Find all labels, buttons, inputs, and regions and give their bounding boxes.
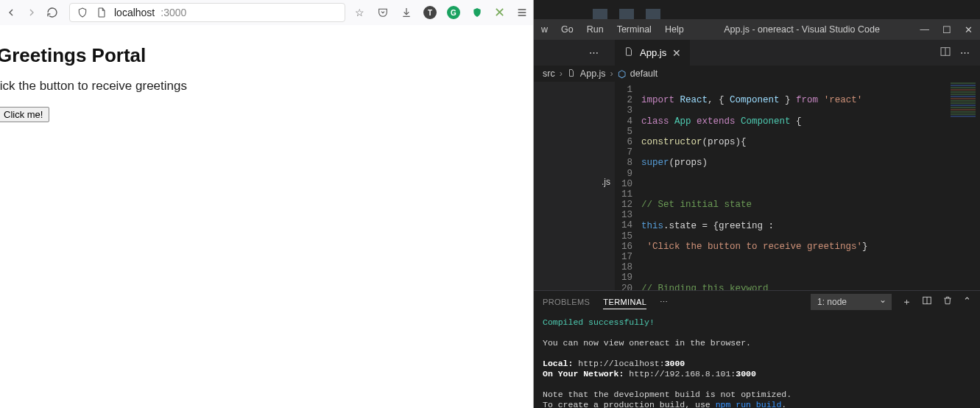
sidebar-sliver: .js bbox=[534, 82, 615, 290]
more-icon[interactable]: ⋯ bbox=[960, 47, 971, 58]
page-content: Greetings Portal lick the button to rece… bbox=[0, 25, 533, 122]
browser-window: localhost:3000 ☆ T G ✕ Greetings Portal … bbox=[0, 0, 534, 408]
menu-bar: w Go Run Terminal Help bbox=[541, 24, 684, 35]
ext-x-icon[interactable]: ✕ bbox=[494, 4, 505, 21]
tab-appjs[interactable]: App.js ✕ bbox=[615, 40, 691, 66]
menu-terminal[interactable]: Terminal bbox=[617, 24, 652, 35]
menu-view[interactable]: w bbox=[541, 24, 548, 35]
thumb bbox=[593, 9, 607, 19]
menu-help[interactable]: Help bbox=[665, 24, 684, 35]
taskbar-thumbs bbox=[534, 0, 980, 19]
split-terminal-icon[interactable] bbox=[922, 295, 932, 309]
sidebar-file-label: .js bbox=[602, 177, 610, 187]
tab-problems[interactable]: PROBLEMS bbox=[543, 298, 590, 306]
line-gutter: 1234567891011121314151617181920 bbox=[615, 82, 641, 290]
ext-t-icon[interactable]: T bbox=[423, 6, 437, 19]
bc-file: App.js bbox=[580, 68, 606, 79]
hamburger-icon[interactable] bbox=[515, 6, 529, 19]
tab-label: App.js bbox=[640, 47, 666, 58]
split-editor-icon[interactable] bbox=[940, 46, 951, 60]
tab-terminal[interactable]: TERMINAL bbox=[603, 298, 646, 309]
tab-close-icon[interactable]: ✕ bbox=[672, 47, 681, 59]
breadcrumb[interactable]: src › App.js › ⬡ default bbox=[534, 66, 980, 82]
code-content: import React, { Component } from 'react'… bbox=[641, 82, 895, 290]
file-icon bbox=[624, 46, 634, 59]
star-icon[interactable]: ☆ bbox=[353, 6, 366, 19]
panel-tabs: PROBLEMS TERMINAL ⋯ 1: node ＋ ⌃ bbox=[534, 291, 980, 313]
shield-outline-icon bbox=[76, 6, 89, 19]
page-subtext: lick the button to receive greetings bbox=[0, 79, 533, 94]
click-me-button[interactable]: Click me! bbox=[0, 107, 49, 122]
chevron-right-icon: › bbox=[560, 68, 563, 79]
vscode-window: w Go Run Terminal Help App.js - onereact… bbox=[534, 0, 980, 408]
chevron-right-icon: › bbox=[610, 68, 613, 79]
toolbar-right: ☆ T G ✕ bbox=[353, 4, 529, 21]
url-port: :3000 bbox=[161, 7, 186, 18]
code-editor[interactable]: 1234567891011121314151617181920 import R… bbox=[615, 82, 980, 290]
minimize-icon[interactable]: — bbox=[920, 24, 930, 35]
bc-folder: src bbox=[543, 68, 555, 79]
terminal-select[interactable]: 1: node bbox=[811, 294, 892, 310]
bc-symbol: default bbox=[630, 68, 658, 79]
url-host: localhost bbox=[114, 7, 155, 18]
page-icon bbox=[95, 6, 108, 19]
ext-g-icon[interactable]: G bbox=[447, 6, 460, 19]
tab-actions: ⋯ bbox=[691, 40, 980, 66]
file-icon bbox=[567, 68, 576, 80]
bottom-panel: PROBLEMS TERMINAL ⋯ 1: node ＋ ⌃ Compiled… bbox=[534, 290, 980, 408]
close-icon[interactable]: ✕ bbox=[965, 24, 973, 35]
menu-run[interactable]: Run bbox=[587, 24, 604, 35]
thumb bbox=[619, 9, 634, 19]
download-icon[interactable] bbox=[400, 6, 413, 19]
window-title: App.js - onereact - Visual Studio Code bbox=[684, 24, 920, 35]
pocket-icon[interactable] bbox=[376, 6, 389, 19]
more-icon[interactable]: ⋯ bbox=[660, 298, 669, 307]
menu-go[interactable]: Go bbox=[561, 24, 574, 35]
page-heading: Greetings Portal bbox=[0, 44, 533, 67]
shield-green-icon[interactable] bbox=[470, 6, 484, 19]
window-controls: — ☐ ✕ bbox=[920, 24, 973, 35]
vscode-titlebar: w Go Run Terminal Help App.js - onereact… bbox=[534, 19, 980, 40]
more-icon[interactable]: ⋯ bbox=[589, 47, 600, 58]
new-terminal-icon[interactable]: ＋ bbox=[902, 295, 912, 309]
browser-toolbar: localhost:3000 ☆ T G ✕ bbox=[0, 0, 533, 25]
chevron-up-icon[interactable]: ⌃ bbox=[963, 295, 971, 309]
reload-icon[interactable] bbox=[46, 6, 59, 19]
thumb bbox=[646, 9, 660, 19]
trash-icon[interactable] bbox=[942, 295, 953, 309]
maximize-icon[interactable]: ☐ bbox=[942, 24, 951, 35]
back-icon[interactable] bbox=[4, 6, 18, 19]
tab-left: ⋯ bbox=[534, 40, 615, 66]
editor-area: .js 1234567891011121314151617181920 impo… bbox=[534, 82, 980, 290]
terminal-output[interactable]: Compiled successfully! You can now view … bbox=[534, 313, 980, 408]
forward-icon[interactable] bbox=[25, 6, 38, 19]
editor-tabs: ⋯ App.js ✕ ⋯ bbox=[534, 40, 980, 66]
symbol-icon: ⬡ bbox=[618, 68, 626, 80]
url-bar[interactable]: localhost:3000 bbox=[69, 3, 345, 22]
minimap[interactable] bbox=[946, 82, 980, 290]
